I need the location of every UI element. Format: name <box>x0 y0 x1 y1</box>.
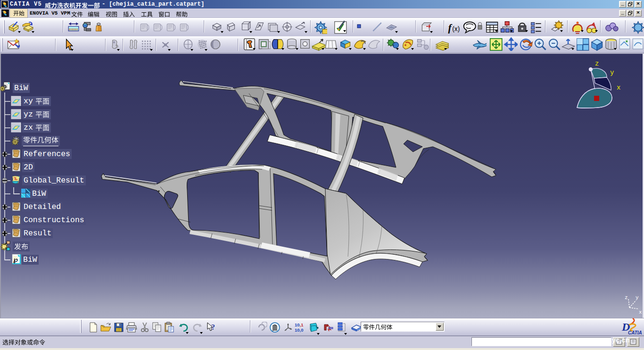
svg-text:x: x <box>639 309 642 315</box>
svg-text:z: z <box>625 295 628 300</box>
svg-text:℘: ℘ <box>13 256 18 264</box>
svg-text:x: x <box>617 84 620 92</box>
svg-text:z: z <box>595 60 599 67</box>
svg-text:y: y <box>610 69 614 76</box>
svg-text:y: y <box>636 295 639 300</box>
